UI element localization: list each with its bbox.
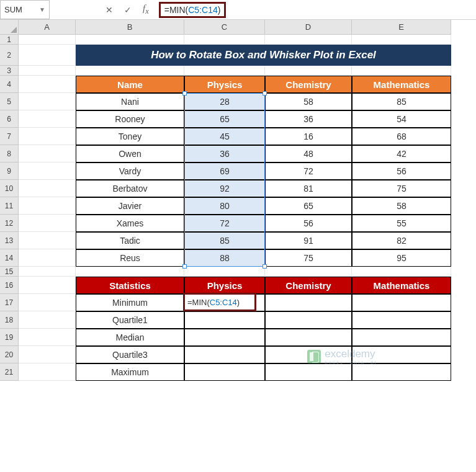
cell-D12[interactable]: 56 (265, 215, 352, 232)
cell-D16[interactable]: Chemistry (265, 277, 352, 294)
cell-B1[interactable] (76, 35, 184, 45)
cell-D13[interactable]: 91 (265, 232, 352, 249)
row-header[interactable]: 15 (0, 267, 19, 277)
cell-E16[interactable]: Mathematics (352, 277, 451, 294)
cell-A12[interactable] (19, 215, 76, 232)
row-header[interactable]: 10 (0, 180, 19, 197)
cell-C12[interactable]: 72 (184, 215, 265, 232)
cell-E17[interactable] (352, 294, 451, 311)
cell-D7[interactable]: 16 (265, 128, 352, 145)
cell-B18[interactable]: Quartile1 (76, 311, 184, 329)
cell-A20[interactable] (19, 346, 76, 363)
row-header[interactable]: 3 (0, 66, 19, 76)
cell-B5[interactable]: Nani (76, 93, 184, 110)
row-header[interactable]: 12 (0, 215, 19, 232)
cell-A7[interactable] (19, 128, 76, 145)
col-header-c[interactable]: C (184, 20, 265, 35)
cell-E21[interactable] (352, 363, 451, 381)
row-header[interactable]: 19 (0, 329, 19, 346)
cell-C6[interactable]: 65 (184, 110, 265, 128)
cell-A16[interactable] (19, 277, 76, 294)
enter-icon[interactable]: ✓ (124, 5, 132, 15)
name-box[interactable]: SUM ▼ (0, 0, 50, 19)
cell-A2[interactable] (19, 45, 76, 66)
row-header[interactable]: 1 (0, 35, 19, 45)
cell-A3[interactable] (19, 66, 76, 76)
cell-E9[interactable]: 56 (352, 163, 451, 180)
row-header[interactable]: 4 (0, 76, 19, 93)
cell-C20[interactable] (184, 346, 265, 363)
cell-B7[interactable]: Toney (76, 128, 184, 145)
cell-D6[interactable]: 36 (265, 110, 352, 128)
cancel-icon[interactable]: ✕ (106, 5, 113, 15)
cell-D9[interactable]: 72 (265, 163, 352, 180)
col-header-b[interactable]: B (76, 20, 184, 35)
row-header[interactable]: 14 (0, 249, 19, 267)
cell-C13[interactable]: 85 (184, 232, 265, 249)
row-header[interactable]: 6 (0, 110, 19, 128)
cell-B9[interactable]: Vardy (76, 163, 184, 180)
cell-C1[interactable] (184, 35, 265, 45)
cell-B20[interactable]: Quartile3 (76, 346, 184, 363)
cell-A1[interactable] (19, 35, 76, 45)
cell-B15[interactable] (76, 267, 184, 277)
cell-A13[interactable] (19, 232, 76, 249)
cell-D14[interactable]: 75 (265, 249, 352, 267)
name-box-dropdown-icon[interactable]: ▼ (39, 6, 45, 13)
cell-B6[interactable]: Rooney (76, 110, 184, 128)
cell-A9[interactable] (19, 163, 76, 180)
cell-B21[interactable]: Maximum (76, 363, 184, 381)
cell-C18[interactable] (184, 311, 265, 329)
cell-D11[interactable]: 65 (265, 197, 352, 215)
cell-C4[interactable]: Physics (184, 76, 265, 93)
col-header-d[interactable]: D (265, 20, 352, 35)
cell-C19[interactable] (184, 329, 265, 346)
cell-B13[interactable]: Tadic (76, 232, 184, 249)
formula-input[interactable]: =MIN(C5:C14) (155, 0, 476, 19)
cell-C8[interactable]: 36 (184, 145, 265, 163)
row-header[interactable]: 20 (0, 346, 19, 363)
row-header[interactable]: 9 (0, 163, 19, 180)
cell-D21[interactable] (265, 363, 352, 381)
row-header[interactable]: 5 (0, 93, 19, 110)
row-header[interactable]: 21 (0, 363, 19, 381)
cell-B2[interactable]: How to Rotate Box and Whisker Plot in Ex… (76, 45, 451, 66)
row-header[interactable]: 11 (0, 197, 19, 215)
cell-B17[interactable]: Minimum (76, 294, 184, 311)
cell-B14[interactable]: Reus (76, 249, 184, 267)
row-header[interactable]: 13 (0, 232, 19, 249)
cell-D3[interactable] (265, 66, 352, 76)
cell-E6[interactable]: 54 (352, 110, 451, 128)
cell-A17[interactable] (19, 294, 76, 311)
cell-D10[interactable]: 81 (265, 180, 352, 197)
cell-E5[interactable]: 85 (352, 93, 451, 110)
cell-A14[interactable] (19, 249, 76, 267)
row-header[interactable]: 16 (0, 277, 19, 294)
cell-E3[interactable] (352, 66, 451, 76)
cell-B19[interactable]: Median (76, 329, 184, 346)
cell-B11[interactable]: Javier (76, 197, 184, 215)
row-header[interactable]: 2 (0, 45, 19, 66)
cell-A21[interactable] (19, 363, 76, 381)
cell-D4[interactable]: Chemistry (265, 76, 352, 93)
cell-C21[interactable] (184, 363, 265, 381)
cell-A11[interactable] (19, 197, 76, 215)
cell-C9[interactable]: 69 (184, 163, 265, 180)
cell-E11[interactable]: 58 (352, 197, 451, 215)
col-header-a[interactable]: A (19, 20, 76, 35)
cell-A6[interactable] (19, 110, 76, 128)
cell-E19[interactable] (352, 329, 451, 346)
select-all-corner[interactable] (0, 20, 19, 35)
cell-C3[interactable] (184, 66, 265, 76)
row-header[interactable]: 7 (0, 128, 19, 145)
cell-A19[interactable] (19, 329, 76, 346)
cell-E15[interactable] (352, 267, 451, 277)
cell-E12[interactable]: 55 (352, 215, 451, 232)
cell-C11[interactable]: 80 (184, 197, 265, 215)
cell-B8[interactable]: Owen (76, 145, 184, 163)
cell-D19[interactable] (265, 329, 352, 346)
cell-C15[interactable] (184, 267, 265, 277)
cell-D17[interactable] (265, 294, 352, 311)
cell-B12[interactable]: Xames (76, 215, 184, 232)
cell-B3[interactable] (76, 66, 184, 76)
